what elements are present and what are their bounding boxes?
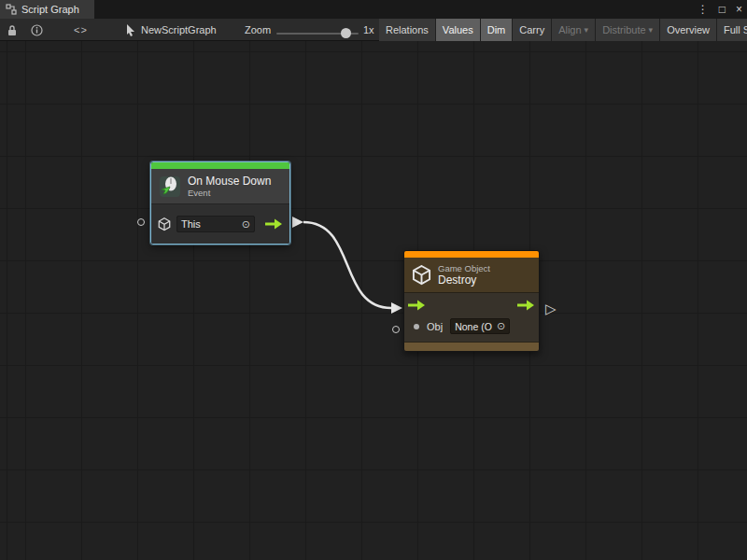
control-output-arrow[interactable]	[265, 218, 283, 230]
info-icon	[31, 24, 43, 36]
window-controls: ⋮ □ ×	[698, 0, 742, 19]
node-category: Game Object	[438, 263, 490, 273]
overview-button[interactable]: Overview	[660, 19, 717, 41]
obj-port-dot-icon	[414, 324, 419, 329]
lock-button[interactable]	[7, 19, 18, 41]
relations-button[interactable]: Relations	[379, 19, 436, 41]
zoom-value: 1x	[363, 19, 374, 41]
toolbar-buttons: Relations Values Dim Carry Align ▾ Distr…	[379, 19, 747, 41]
fullscreen-button[interactable]: Full S	[717, 19, 747, 41]
tab-title: Script Graph	[21, 4, 79, 15]
close-icon[interactable]: ×	[736, 3, 742, 16]
game-object-icon	[412, 265, 431, 286]
tab-bar: Script Graph ⋮ □ ×	[0, 0, 747, 19]
zoom-slider-knob[interactable]	[341, 28, 351, 38]
values-button[interactable]: Values	[436, 19, 481, 41]
align-button[interactable]: Align ▾	[552, 19, 596, 41]
node-subtitle: Event	[188, 188, 271, 198]
chevron-down-icon: ▾	[649, 20, 654, 41]
info-button[interactable]	[31, 19, 43, 41]
code-icon[interactable]: <>	[74, 19, 88, 41]
node-footer	[404, 342, 539, 351]
obj-label: Obj	[427, 321, 443, 332]
mouse-event-icon	[159, 175, 181, 198]
event-accent-bar	[151, 162, 289, 169]
control-output-arrow[interactable]	[517, 300, 535, 311]
tab-script-graph[interactable]: Script Graph	[0, 0, 94, 19]
node-body: This ⊙	[151, 203, 289, 244]
control-input-arrow[interactable]	[408, 300, 426, 311]
obj-input-port[interactable]	[392, 326, 400, 333]
window-menu-icon[interactable]: ⋮	[698, 3, 709, 16]
object-picker-icon[interactable]: ⊙	[497, 320, 505, 332]
node-header: Game Object Destroy	[404, 258, 539, 292]
distribute-button[interactable]: Distribute ▾	[596, 19, 660, 41]
script-graph-window: Script Graph ⋮ □ × <>	[0, 0, 747, 560]
node-on-mouse-down[interactable]: On Mouse Down Event This ⊙	[150, 161, 290, 245]
node-title: Destroy	[438, 273, 490, 287]
graph-canvas[interactable]	[0, 41, 747, 560]
carry-button[interactable]: Carry	[513, 19, 552, 41]
dim-button[interactable]: Dim	[481, 19, 514, 41]
graph-toolbar: <> NewScriptGraph Zoom 1x Relations Valu…	[0, 19, 747, 41]
maximize-icon[interactable]: □	[719, 3, 726, 16]
obj-field[interactable]: None (O ⊙	[450, 318, 510, 334]
target-input-port[interactable]	[137, 218, 145, 226]
node-title: On Mouse Down	[188, 175, 271, 188]
cursor-icon	[126, 19, 136, 41]
node-destroy[interactable]: Game Object Destroy Obj None (O	[403, 250, 540, 352]
node-header: On Mouse Down Event	[151, 169, 289, 203]
graph-name-breadcrumb[interactable]: NewScriptGraph	[141, 19, 217, 41]
node-body: Obj None (O ⊙	[404, 292, 539, 342]
unconnected-output-port[interactable]: ▷	[545, 301, 557, 315]
target-field[interactable]: This ⊙	[176, 216, 255, 232]
graph-icon	[6, 4, 17, 15]
destroy-accent-bar	[404, 251, 539, 258]
chevron-down-icon: ▾	[585, 20, 589, 41]
lock-icon	[7, 24, 18, 36]
game-object-icon	[158, 217, 171, 231]
zoom-label: Zoom	[245, 19, 271, 41]
object-picker-icon[interactable]: ⊙	[242, 218, 250, 231]
